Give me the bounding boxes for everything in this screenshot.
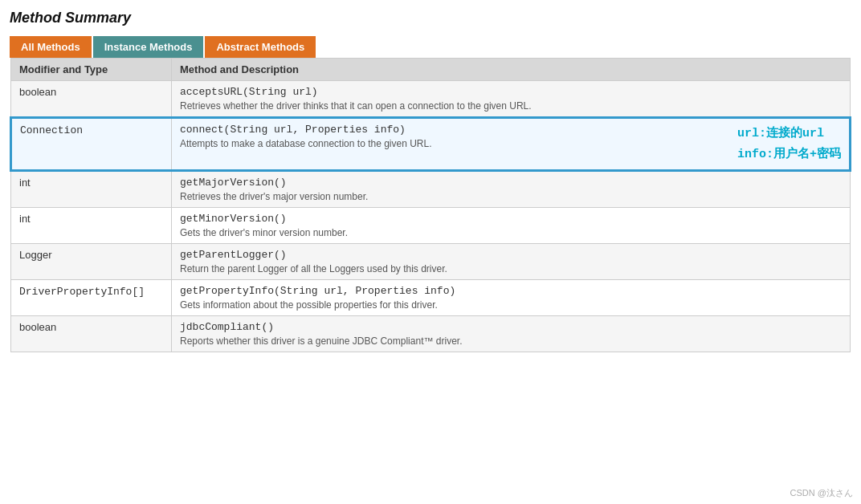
method-text-block: acceptsURL(String url)Retrieves whether … bbox=[180, 86, 532, 112]
table-row: booleanacceptsURL(String url)Retrieves w… bbox=[11, 81, 851, 118]
method-description: Reports whether this driver is a genuine… bbox=[180, 335, 462, 347]
method-cell: jdbcCompliant()Reports whether this driv… bbox=[172, 316, 851, 352]
type-value: Connection bbox=[20, 124, 83, 136]
type-value: int bbox=[19, 177, 31, 189]
method-description: Retrieves whether the driver thinks that… bbox=[180, 100, 532, 112]
method-description: Attempts to make a database connection t… bbox=[180, 138, 432, 149]
method-text-block: getParentLogger()Return the parent Logge… bbox=[180, 249, 447, 274]
method-text-block: getMinorVersion()Gets the driver's minor… bbox=[180, 213, 348, 238]
type-cell: boolean bbox=[11, 81, 172, 118]
method-cell: acceptsURL(String url)Retrieves whether … bbox=[172, 81, 851, 118]
method-cell: getParentLogger()Return the parent Logge… bbox=[172, 244, 851, 280]
method-table: Modifier and Type Method and Description… bbox=[10, 58, 851, 352]
method-cell: getMajorVersion()Retrieves the driver's … bbox=[172, 171, 851, 208]
method-text-block: jdbcCompliant()Reports whether this driv… bbox=[180, 321, 462, 347]
col-method-desc: Method and Description bbox=[172, 59, 851, 81]
method-cell: connect(String url, Properties info)Atte… bbox=[172, 118, 851, 171]
type-cell: Connection bbox=[11, 118, 172, 171]
col-modifier-type: Modifier and Type bbox=[11, 59, 172, 81]
method-text-block: getMajorVersion()Retrieves the driver's … bbox=[180, 177, 368, 202]
table-row: intgetMinorVersion()Gets the driver's mi… bbox=[11, 208, 851, 244]
table-row: Connectionconnect(String url, Properties… bbox=[11, 118, 851, 171]
method-description: Return the parent Logger of all the Logg… bbox=[180, 263, 447, 274]
tab-abstract-methods[interactable]: Abstract Methods bbox=[205, 36, 316, 58]
method-signature: getMajorVersion() bbox=[180, 177, 368, 189]
method-signature: connect(String url, Properties info) bbox=[180, 124, 432, 136]
type-cell: int bbox=[11, 171, 172, 208]
method-cell: getMinorVersion()Gets the driver's minor… bbox=[172, 208, 851, 244]
type-cell: int bbox=[11, 208, 172, 244]
annotation-block: url:连接的urlinfo:用户名+密码 bbox=[737, 124, 841, 165]
tab-bar: All Methods Instance Methods Abstract Me… bbox=[10, 36, 851, 58]
method-text-block: getPropertyInfo(String url, Properties i… bbox=[180, 285, 455, 311]
method-signature: getPropertyInfo(String url, Properties i… bbox=[180, 285, 455, 297]
method-signature: getMinorVersion() bbox=[180, 213, 348, 225]
type-value: boolean bbox=[19, 321, 56, 333]
method-description: Gets information about the possible prop… bbox=[180, 299, 455, 311]
type-cell: boolean bbox=[11, 316, 172, 352]
table-row: booleanjdbcCompliant()Reports whether th… bbox=[11, 316, 851, 352]
tab-instance-methods[interactable]: Instance Methods bbox=[93, 36, 204, 58]
method-signature: jdbcCompliant() bbox=[180, 321, 462, 333]
method-cell: getPropertyInfo(String url, Properties i… bbox=[172, 280, 851, 316]
table-row: LoggergetParentLogger()Return the parent… bbox=[11, 244, 851, 280]
type-value: DriverPropertyInfo[] bbox=[19, 286, 145, 298]
type-value: boolean bbox=[19, 86, 56, 98]
type-value: Logger bbox=[19, 249, 51, 261]
method-description: Retrieves the driver's major version num… bbox=[180, 191, 368, 202]
method-signature: getParentLogger() bbox=[180, 249, 447, 261]
method-description: Gets the driver's minor version number. bbox=[180, 227, 348, 238]
table-row: intgetMajorVersion()Retrieves the driver… bbox=[11, 171, 851, 208]
tab-all-methods[interactable]: All Methods bbox=[10, 36, 92, 58]
table-body: booleanacceptsURL(String url)Retrieves w… bbox=[11, 81, 851, 352]
method-text-block: connect(String url, Properties info)Atte… bbox=[180, 124, 432, 149]
type-cell: Logger bbox=[11, 244, 172, 280]
method-signature: acceptsURL(String url) bbox=[180, 86, 532, 98]
type-cell: DriverPropertyInfo[] bbox=[11, 280, 172, 316]
type-value: int bbox=[19, 213, 31, 225]
page-title: Method Summary bbox=[10, 10, 851, 26]
table-header: Modifier and Type Method and Description bbox=[11, 59, 851, 81]
table-row: DriverPropertyInfo[]getPropertyInfo(Stri… bbox=[11, 280, 851, 316]
